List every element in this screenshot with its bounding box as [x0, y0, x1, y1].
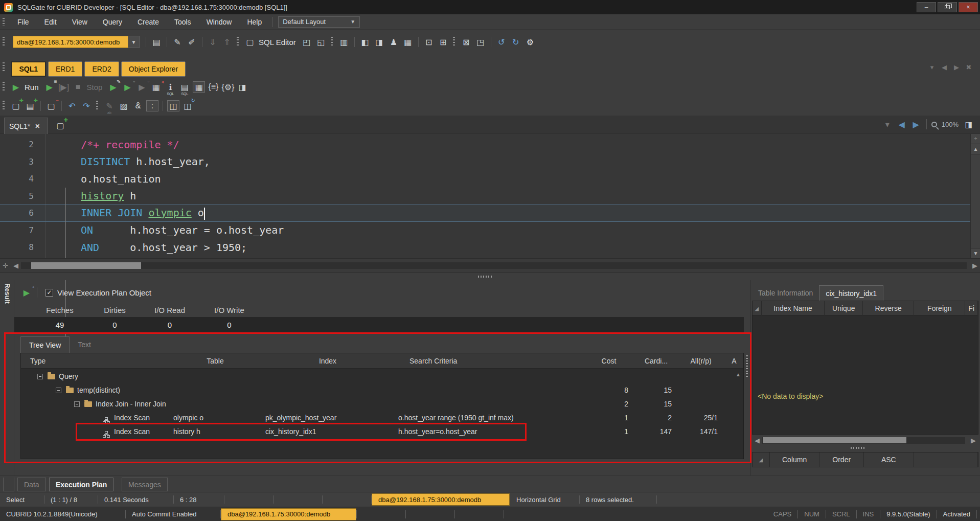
- sql-history-icon[interactable]: ▤SQL: [178, 81, 191, 93]
- scroll-up-icon[interactable]: ▲: [736, 372, 741, 377]
- menu-item-view[interactable]: View: [64, 14, 95, 30]
- snippet-icon[interactable]: ⊞: [437, 36, 449, 48]
- import-icon[interactable]: ⇓: [207, 36, 219, 48]
- menu-item-help[interactable]: Help: [239, 14, 269, 30]
- index-grid-header-foreign[interactable]: Foreign: [914, 301, 965, 315]
- plan-tree-row[interactable]: Index Scanolympic opk_olympic_host_yearo…: [21, 411, 743, 425]
- run-selection-icon[interactable]: [▶]: [58, 81, 70, 93]
- tree-expander-icon[interactable]: [37, 374, 43, 379]
- plan-tree-row[interactable]: Query: [21, 370, 743, 383]
- view-plan-object-checkbox[interactable]: ✓: [45, 289, 53, 297]
- result-side-strip[interactable]: Result: [0, 280, 14, 475]
- tab-menu-icon[interactable]: ▾: [927, 61, 937, 73]
- hscroll-thumb[interactable]: [763, 437, 906, 443]
- index-grid-hscrollbar[interactable]: ◀ ▶: [752, 435, 978, 446]
- workspace-tab-erd1[interactable]: ERD1: [48, 61, 82, 77]
- layout-selector[interactable]: Default Layout ▼: [278, 16, 360, 28]
- user-manager-icon[interactable]: ♟: [388, 36, 400, 48]
- minimize-button[interactable]: –: [917, 2, 936, 12]
- column-grid-header-order[interactable]: Order: [819, 452, 864, 467]
- document-tab-sql1[interactable]: SQL1* ✕: [4, 118, 48, 134]
- colon-icon[interactable]: :: [146, 100, 158, 111]
- editor-result-splitter[interactable]: [0, 272, 980, 280]
- open-file-icon[interactable]: ▤✚: [24, 100, 36, 111]
- scroll-right-icon[interactable]: ▶: [972, 262, 977, 269]
- bottom-tab-data[interactable]: Data: [17, 478, 46, 491]
- connection-dropdown-arrow[interactable]: ▼: [128, 36, 140, 48]
- zoom-icon[interactable]: [931, 122, 937, 127]
- tab-forward-icon[interactable]: ▶: [951, 61, 962, 73]
- split-editor-handle[interactable]: ÷: [971, 134, 980, 144]
- view-plan-icon[interactable]: ▶▫: [20, 287, 33, 298]
- close-file-icon[interactable]: ▢−: [45, 100, 57, 111]
- execution-plan-hold-icon[interactable]: ▶▫: [135, 81, 148, 93]
- restore-button[interactable]: [938, 2, 957, 12]
- fill-pattern-icon[interactable]: ▨: [118, 100, 130, 111]
- side-panel-icon[interactable]: ◨: [963, 119, 975, 130]
- hscroll-track[interactable]: [762, 437, 965, 444]
- new-file-icon[interactable]: ▢✚: [10, 100, 22, 111]
- sql-editor-icon[interactable]: ▢: [244, 36, 256, 48]
- splitter-handle-icon[interactable]: ✛: [3, 262, 8, 269]
- menu-item-file[interactable]: File: [10, 14, 37, 30]
- toolbar-grip[interactable]: [3, 18, 5, 26]
- code-template-icon[interactable]: ⊡: [423, 36, 435, 48]
- workspace-tab-sql1[interactable]: SQL1: [11, 61, 46, 77]
- right-tab-table-information[interactable]: Table Information: [752, 285, 819, 301]
- editor-vertical-scrollbar[interactable]: ÷ ▲ ▼: [970, 134, 980, 258]
- scroll-right-icon[interactable]: ▶: [971, 437, 976, 444]
- splitter-dots[interactable]: [851, 447, 866, 449]
- schema-browser-icon[interactable]: ▥: [338, 36, 350, 48]
- scroll-up-icon[interactable]: ▲: [971, 144, 980, 154]
- object-list-icon[interactable]: ▦: [402, 36, 414, 48]
- toolbar-grip[interactable]: [331, 37, 333, 47]
- bottom-tab-messages[interactable]: Messages: [122, 478, 168, 491]
- table-info-icon[interactable]: ◧: [359, 36, 371, 48]
- menu-item-edit[interactable]: Edit: [37, 14, 64, 30]
- workspace-tab-erd2[interactable]: ERD2: [84, 61, 119, 77]
- settings-gear-icon[interactable]: ⚙: [524, 36, 536, 48]
- disconnect-icon[interactable]: ✐: [186, 36, 198, 48]
- attach-db-icon[interactable]: ◳: [474, 36, 487, 48]
- editor-horizontal-scrollbar[interactable]: ✛ ◀ ▶: [0, 258, 980, 272]
- execution-plan-icon[interactable]: ▶▫: [121, 81, 133, 93]
- toolbar-grip[interactable]: [3, 82, 5, 92]
- window-lock-icon[interactable]: ⊠: [460, 36, 472, 48]
- new-document-icon[interactable]: ▢✚: [54, 120, 66, 131]
- plan-tree-row[interactable]: Index Join - Inner Join215: [21, 397, 743, 411]
- run-icon[interactable]: ▶: [10, 81, 22, 93]
- column-grid-header-asc[interactable]: ASC: [864, 452, 914, 467]
- menu-item-window[interactable]: Window: [199, 14, 240, 30]
- grid-refresh-icon[interactable]: ◫↻: [181, 100, 194, 111]
- run-to-cursor-icon[interactable]: ▶✎: [107, 81, 119, 93]
- plan-tree-row[interactable]: temp(distinct)815: [21, 383, 743, 397]
- database-icon[interactable]: ▤: [150, 36, 163, 48]
- plan-tree-row[interactable]: Index Scanhistory hcix_history_idx1h.hos…: [21, 425, 743, 439]
- plan-tab-tree-view[interactable]: Tree View: [20, 336, 70, 353]
- undo-icon[interactable]: ↶: [66, 100, 78, 111]
- format-braces-icon[interactable]: {≡}: [207, 81, 219, 93]
- toolbar-grip[interactable]: [3, 62, 5, 73]
- format-options-icon[interactable]: {⚙}: [221, 81, 234, 93]
- splitter-dots[interactable]: [478, 276, 493, 278]
- sql-info-icon[interactable]: ℹSQL: [164, 81, 176, 93]
- split-editor-icon[interactable]: ◨: [236, 81, 248, 93]
- index-grid-header-reverse[interactable]: Reverse: [863, 301, 914, 315]
- plan-tab-text[interactable]: Text: [70, 336, 99, 353]
- find-replace-icon[interactable]: ✎ab: [103, 100, 116, 111]
- execution-plan-tree[interactable]: TypeTableIndexSearch CriteriaCostCardi..…: [20, 353, 744, 459]
- scroll-down-icon[interactable]: ▼: [971, 248, 980, 258]
- explain-report-icon[interactable]: ▦◂: [150, 81, 162, 93]
- tab-close-icon[interactable]: ✖: [964, 61, 974, 73]
- workspace-tab-object-explorer[interactable]: Object Explorer: [121, 61, 186, 77]
- grid-result-icon[interactable]: ◫: [167, 100, 179, 111]
- new-sql-window-icon[interactable]: ◰: [301, 36, 313, 48]
- doc-back-icon[interactable]: ◀: [896, 119, 908, 130]
- ampersand-icon[interactable]: &: [132, 100, 144, 111]
- connect-icon[interactable]: ✎: [171, 36, 184, 48]
- scroll-left-icon[interactable]: ◀: [755, 437, 760, 444]
- grid-view-icon[interactable]: ▦: [193, 81, 205, 93]
- connection-selector[interactable]: dba@192.168.1.75:30000:demodb: [13, 36, 128, 48]
- right-tab-cix-history-idx1[interactable]: cix_history_idx1: [819, 285, 883, 301]
- scroll-left-icon[interactable]: ◀: [13, 262, 18, 269]
